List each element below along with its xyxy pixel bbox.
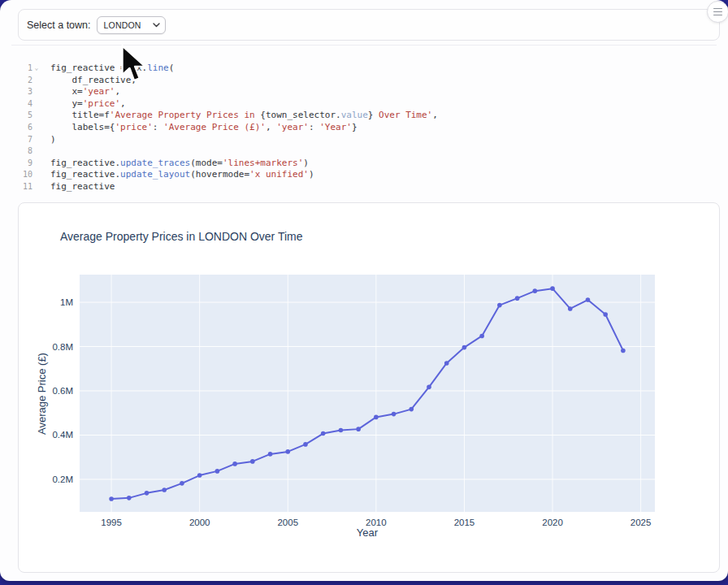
code-line: 5 title=f'Average Property Prices in {to… bbox=[11, 110, 710, 122]
code-line: 6 labels={'price': 'Average Price (£)', … bbox=[11, 122, 710, 134]
code-line: 1⌄fig_reactive = px.line( bbox=[11, 63, 710, 75]
code-line: 11fig_reactive bbox=[11, 181, 710, 193]
town-selector-cell: Select a town: LONDON bbox=[18, 9, 720, 41]
chart-output-cell: Average Property Prices in LONDON Over T… bbox=[18, 202, 720, 573]
hamburger-icon bbox=[713, 8, 722, 16]
svg-text:0.6M: 0.6M bbox=[52, 386, 73, 396]
notebook-card: Select a town: LONDON 1⌄fig_reactive = p… bbox=[0, 0, 728, 581]
menu-button[interactable] bbox=[707, 1, 728, 23]
chevron-down-icon bbox=[153, 23, 160, 28]
code-line: 9fig_reactive.update_traces(mode='lines+… bbox=[11, 158, 710, 170]
svg-text:0.8M: 0.8M bbox=[52, 342, 73, 352]
code-editor[interactable]: 1⌄fig_reactive = px.line(2 df_reactive,3… bbox=[11, 63, 710, 193]
y-axis-title: Average Price (£) bbox=[36, 275, 48, 513]
chart-svg[interactable]: 19952000200520102015202020250.2M0.4M0.6M… bbox=[19, 203, 719, 572]
code-line: 10fig_reactive.update_layout(hovermode='… bbox=[11, 169, 710, 181]
code-line: 2 df_reactive, bbox=[11, 75, 710, 87]
svg-text:1M: 1M bbox=[60, 297, 73, 307]
svg-text:0.2M: 0.2M bbox=[52, 474, 73, 484]
mouse-cursor-icon bbox=[119, 44, 147, 83]
town-selector-label: Select a town: bbox=[27, 20, 91, 31]
town-select-dropdown[interactable]: LONDON bbox=[97, 16, 166, 34]
cell-separator bbox=[11, 45, 717, 46]
code-line: 7) bbox=[11, 134, 710, 146]
code-line: 3 x='year', bbox=[11, 86, 710, 98]
x-axis-title: Year bbox=[80, 526, 655, 539]
svg-text:0.4M: 0.4M bbox=[52, 430, 73, 440]
code-line: 8 bbox=[11, 145, 710, 158]
code-line: 4 y='price', bbox=[11, 98, 710, 110]
town-select-value: LONDON bbox=[104, 20, 141, 30]
